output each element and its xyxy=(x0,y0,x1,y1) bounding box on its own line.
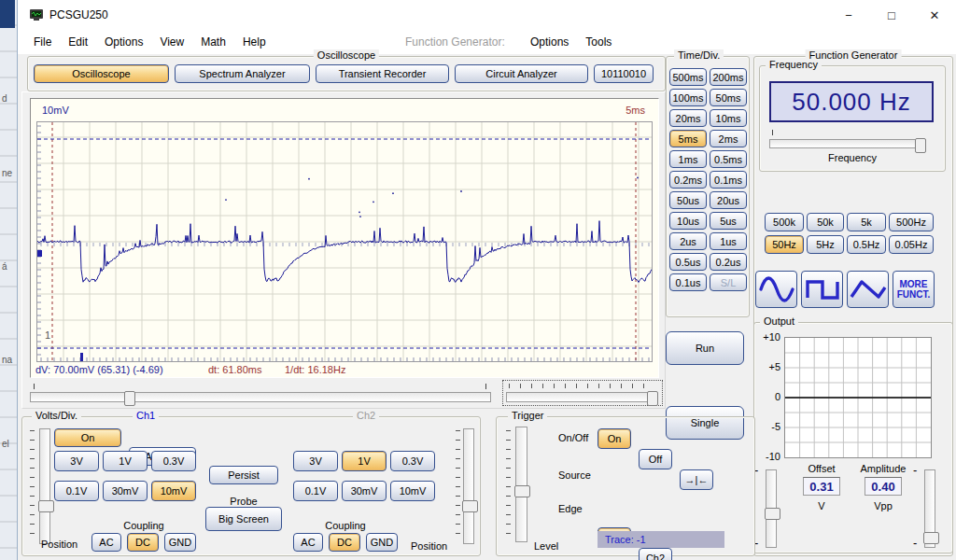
menu-view[interactable]: View xyxy=(151,35,192,49)
square-wave-button[interactable] xyxy=(801,271,843,308)
timediv-50us[interactable]: 50us xyxy=(669,191,707,209)
tab-10110010[interactable]: 10110010 xyxy=(594,64,654,83)
freq-preset-0-05hz[interactable]: 0.05Hz xyxy=(889,235,934,254)
close-button[interactable]: ✕ xyxy=(913,0,956,30)
screen: d ne á na el PCSGU250 − □ ✕ FileEditOpti… xyxy=(0,0,956,560)
frequency-group: Frequency 50.000 Hz Frequency xyxy=(759,65,946,172)
tab-transient-recorder[interactable]: Transient Recorder xyxy=(316,64,449,83)
timediv-0-5us[interactable]: 0.5us xyxy=(669,253,707,271)
timediv-s-l[interactable]: S/L xyxy=(710,273,747,291)
freq-preset-5k[interactable]: 5k xyxy=(847,213,886,231)
timediv-100ms[interactable]: 100ms xyxy=(669,89,707,106)
more-functions-button[interactable]: MORE FUNCT. xyxy=(893,271,935,308)
timediv-500ms[interactable]: 500ms xyxy=(669,68,707,86)
ch2-coupling-dc[interactable]: DC xyxy=(329,533,360,552)
ch1-coupling-dc[interactable]: DC xyxy=(127,533,159,552)
timediv-5ms[interactable]: 5ms xyxy=(669,130,707,147)
voltsdiv-title: Volts/Div. xyxy=(32,410,81,421)
ch2-position-handle[interactable] xyxy=(462,500,478,512)
frequency-slider-handle[interactable] xyxy=(915,138,926,153)
menu-edit[interactable]: Edit xyxy=(60,35,96,49)
big-screen-button[interactable]: Big Screen xyxy=(205,507,282,531)
offset-slider-handle[interactable] xyxy=(765,508,780,520)
timediv-0-1ms[interactable]: 0.1ms xyxy=(710,171,747,189)
trigger-source-label: Source xyxy=(558,469,591,481)
timediv-20ms[interactable]: 20ms xyxy=(669,109,707,127)
ch1-volts-3v[interactable]: 3V xyxy=(54,451,99,471)
trigger-on-button[interactable]: On xyxy=(598,428,631,449)
tab-spectrum-analyzer[interactable]: Spectrum Analyzer xyxy=(175,64,310,83)
trigger-position-track[interactable] xyxy=(506,392,657,402)
amplitude-slider-handle[interactable] xyxy=(923,532,939,544)
timediv-1us[interactable]: 1us xyxy=(710,232,747,250)
freq-preset-500hz[interactable]: 500Hz xyxy=(889,213,934,231)
trigger-source-ch2-button[interactable]: Ch2 xyxy=(639,548,672,560)
minimize-button[interactable]: − xyxy=(827,0,870,30)
ch2-volts-10mv[interactable]: 10mV xyxy=(390,481,435,501)
ch1-position-handle[interactable] xyxy=(38,500,54,512)
ch2-volts-0-3v[interactable]: 0.3V xyxy=(390,451,435,471)
timediv-20us[interactable]: 20us xyxy=(710,191,747,209)
sine-wave-button[interactable] xyxy=(755,271,797,308)
timediv-5us[interactable]: 5us xyxy=(710,212,747,230)
triangle-wave-button[interactable] xyxy=(847,271,889,308)
ch2-position-slider[interactable] xyxy=(463,428,474,544)
ch2-coupling-gnd[interactable]: GND xyxy=(366,533,398,552)
menu-options[interactable]: Options xyxy=(96,35,151,49)
fg-menu-tools[interactable]: Tools xyxy=(577,35,620,49)
x-position-slider[interactable] xyxy=(30,384,493,404)
trigger-level-slider[interactable] xyxy=(515,427,527,542)
menu-file[interactable]: File xyxy=(25,35,60,49)
freq-preset-500k[interactable]: 500k xyxy=(765,213,804,231)
ch1-volts-0-1v[interactable]: 0.1V xyxy=(54,481,99,501)
tab-oscilloscope[interactable]: Oscilloscope xyxy=(34,64,169,83)
trigger-position-handle[interactable] xyxy=(647,391,658,406)
menu-help[interactable]: Help xyxy=(234,35,274,49)
amplitude-slider[interactable] xyxy=(924,469,935,548)
ch1-position-slider[interactable] xyxy=(39,428,50,544)
ch1-coupling-gnd[interactable]: GND xyxy=(164,533,196,552)
persist-button[interactable]: Persist xyxy=(209,466,278,484)
ch1-volts-1v[interactable]: 1V xyxy=(103,451,148,471)
freq-preset-5hz[interactable]: 5Hz xyxy=(807,235,844,254)
ch2-coupling-ac[interactable]: AC xyxy=(293,533,323,552)
ch2-volts-1v[interactable]: 1V xyxy=(342,451,387,471)
ch1-volts-30mv[interactable]: 30mV xyxy=(103,481,148,501)
amplitude-value: 0.40 xyxy=(865,477,902,496)
timediv-0-2us[interactable]: 0.2us xyxy=(710,253,747,271)
timediv-2us[interactable]: 2us xyxy=(669,232,707,250)
timediv-0-2ms[interactable]: 0.2ms xyxy=(669,171,707,189)
freq-preset-0-5hz[interactable]: 0.5Hz xyxy=(847,235,886,254)
timediv-200ms[interactable]: 200ms xyxy=(710,68,747,86)
tabs-group: Oscilloscope OscilloscopeSpectrum Analyz… xyxy=(27,56,666,91)
trigger-position-slider[interactable] xyxy=(502,380,663,406)
trigger-compress-button[interactable]: →|← xyxy=(680,469,713,490)
timediv-50ms[interactable]: 50ms xyxy=(710,89,747,106)
trigger-off-button[interactable]: Off xyxy=(639,449,672,469)
freq-preset-50k[interactable]: 50k xyxy=(807,213,844,231)
timediv-1ms[interactable]: 1ms xyxy=(669,150,707,168)
timediv-0-5ms[interactable]: 0.5ms xyxy=(710,150,747,168)
ch1-volts-0-3v[interactable]: 0.3V xyxy=(151,451,196,471)
offset-slider[interactable] xyxy=(766,469,777,548)
run-button[interactable]: Run xyxy=(666,331,744,365)
ch1-volts-10mv[interactable]: 10mV xyxy=(151,481,196,501)
ch2-volts-30mv[interactable]: 30mV xyxy=(342,481,387,501)
trigger-level-handle[interactable] xyxy=(514,485,530,497)
timediv-0-1us[interactable]: 0.1us xyxy=(669,273,707,291)
fg-menu-options[interactable]: Options xyxy=(522,35,577,49)
x-position-handle[interactable] xyxy=(124,391,135,406)
maximize-button[interactable]: □ xyxy=(870,0,913,30)
x-position-track[interactable] xyxy=(30,392,491,402)
ch2-volts-0-1v[interactable]: 0.1V xyxy=(293,481,338,501)
timediv-2ms[interactable]: 2ms xyxy=(710,130,747,147)
tab-circuit-analyzer[interactable]: Circuit Analyzer xyxy=(455,64,588,83)
ch1-on-button[interactable]: On xyxy=(54,428,121,447)
timediv-10ms[interactable]: 10ms xyxy=(710,109,747,127)
frequency-slider[interactable] xyxy=(769,130,930,150)
menu-math[interactable]: Math xyxy=(192,35,234,49)
ch1-coupling-ac[interactable]: AC xyxy=(91,533,121,552)
freq-preset-50hz[interactable]: 50Hz xyxy=(765,235,804,254)
timediv-10us[interactable]: 10us xyxy=(669,212,707,230)
ch2-volts-3v[interactable]: 3V xyxy=(293,451,338,471)
